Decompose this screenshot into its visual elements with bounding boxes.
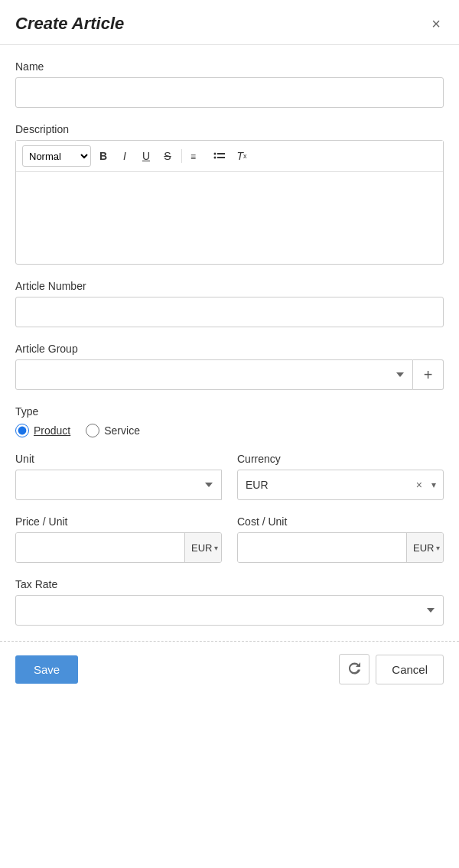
cost-unit-label: Cost / Unit <box>237 515 444 528</box>
description-editor: Normal Heading 1 Heading 2 B I U S <box>15 140 444 265</box>
cost-unit-input-wrapper: EUR USD GBP ▾ <box>237 532 444 563</box>
price-unit-input-wrapper: EUR USD GBP ▾ <box>15 532 222 563</box>
footer-right-actions: Cancel <box>339 654 444 684</box>
modal-body: Name Description Normal Heading 1 Headin… <box>0 45 459 626</box>
modal-footer: Save Cancel <box>0 641 459 697</box>
type-label: Type <box>15 405 444 418</box>
name-input[interactable] <box>15 77 444 108</box>
modal-header: Create Article × <box>0 0 459 45</box>
description-content-area[interactable] <box>16 172 443 264</box>
clear-format-button[interactable]: Tx <box>233 146 251 166</box>
description-label: Description <box>15 123 444 135</box>
article-group-select[interactable] <box>15 359 413 390</box>
article-number-field-group: Article Number <box>15 280 444 327</box>
unit-select[interactable] <box>15 470 222 500</box>
type-service-radio[interactable] <box>86 424 99 437</box>
underline-button[interactable]: U <box>137 146 155 166</box>
price-cost-row: Price / Unit EUR USD GBP ▾ Cost / Unit <box>15 515 444 563</box>
add-article-group-button[interactable]: + <box>413 359 444 390</box>
price-unit-label: Price / Unit <box>15 515 222 528</box>
currency-field-group: Currency EUR USD GBP CHF × ▾ <box>237 453 444 500</box>
type-product-radio[interactable] <box>15 424 29 437</box>
description-field-group: Description Normal Heading 1 Heading 2 B… <box>15 123 444 265</box>
close-button[interactable]: × <box>428 16 444 31</box>
name-label: Name <box>15 60 444 73</box>
price-currency-chevron-icon: ▾ <box>214 544 218 552</box>
price-unit-field-group: Price / Unit EUR USD GBP ▾ <box>15 515 222 563</box>
price-currency-select-wrapper: EUR USD GBP ▾ <box>184 533 221 562</box>
create-article-modal: Create Article × Name Description Normal… <box>0 0 459 868</box>
price-currency-select[interactable]: EUR USD GBP <box>191 542 213 554</box>
toolbar-separator <box>181 149 182 163</box>
save-button[interactable]: Save <box>15 655 78 684</box>
svg-rect-4 <box>217 157 225 158</box>
name-field-group: Name <box>15 60 444 108</box>
cost-currency-select-wrapper: EUR USD GBP ▾ <box>406 533 443 562</box>
cancel-button[interactable]: Cancel <box>376 655 444 684</box>
article-group-label: Article Group <box>15 343 444 355</box>
svg-point-1 <box>214 153 216 155</box>
format-select[interactable]: Normal Heading 1 Heading 2 <box>22 145 91 167</box>
article-number-label: Article Number <box>15 280 444 292</box>
tax-rate-select[interactable]: 0% 7% 19% <box>15 595 444 626</box>
unit-label: Unit <box>15 453 222 465</box>
strikethrough-button[interactable]: S <box>158 146 177 166</box>
italic-button[interactable]: I <box>116 146 134 166</box>
cost-unit-input[interactable] <box>238 533 406 562</box>
unordered-list-button[interactable] <box>210 146 230 166</box>
unit-field-group: Unit <box>15 453 222 500</box>
price-unit-input[interactable] <box>16 533 184 562</box>
article-number-input[interactable] <box>15 297 444 327</box>
article-group-row: + <box>15 359 444 390</box>
type-radio-group: Product Service <box>15 424 444 437</box>
svg-text:≡: ≡ <box>190 151 196 162</box>
article-group-select-wrapper <box>15 359 413 390</box>
type-service-text: Service <box>104 424 140 437</box>
tax-rate-label: Tax Rate <box>15 578 444 590</box>
unit-currency-row: Unit Currency EUR USD GBP CHF × <box>15 453 444 500</box>
cost-unit-field-group: Cost / Unit EUR USD GBP ▾ <box>237 515 444 563</box>
currency-select-wrapper: EUR USD GBP CHF × ▾ <box>237 470 444 500</box>
reset-button[interactable] <box>339 654 369 684</box>
tax-rate-field-group: Tax Rate 0% 7% 19% <box>15 578 444 626</box>
currency-select[interactable]: EUR USD GBP CHF <box>237 470 444 500</box>
type-section: Type Product Service <box>15 405 444 437</box>
svg-point-3 <box>214 157 216 159</box>
modal-title: Create Article <box>15 14 124 34</box>
article-group-field-group: Article Group + <box>15 343 444 390</box>
cost-currency-chevron-icon: ▾ <box>436 544 440 552</box>
svg-rect-2 <box>217 153 225 154</box>
editor-toolbar: Normal Heading 1 Heading 2 B I U S <box>16 141 443 172</box>
cost-currency-select[interactable]: EUR USD GBP <box>413 542 435 554</box>
currency-clear-button[interactable]: × <box>416 479 422 491</box>
ordered-list-button[interactable]: ≡ <box>187 146 207 166</box>
type-product-text: Product <box>34 424 70 437</box>
unit-select-wrapper <box>15 470 222 500</box>
type-service-label[interactable]: Service <box>86 424 140 437</box>
currency-label: Currency <box>237 453 444 465</box>
tax-rate-select-wrapper: 0% 7% 19% <box>15 595 444 626</box>
reset-icon <box>347 662 361 676</box>
bold-button[interactable]: B <box>94 146 112 166</box>
type-product-label[interactable]: Product <box>15 424 70 437</box>
